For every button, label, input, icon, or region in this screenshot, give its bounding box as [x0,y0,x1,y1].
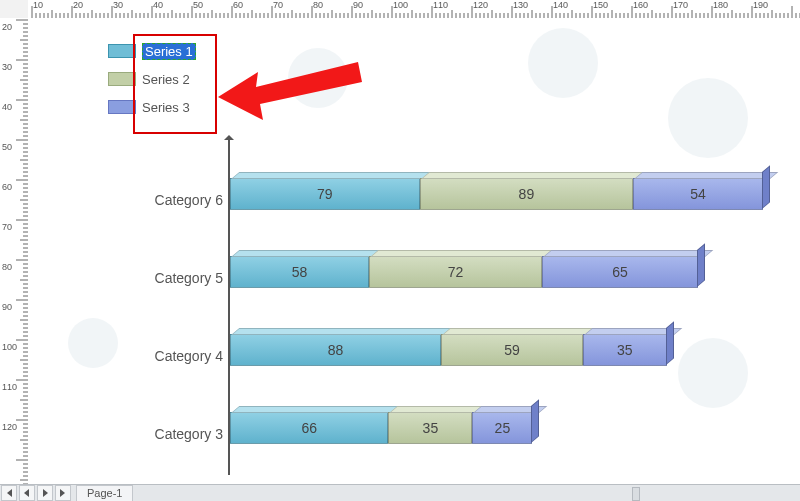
bar-segment-series-2[interactable]: 72 [369,256,542,288]
svg-text:80: 80 [2,262,12,272]
bar-segment-series-3[interactable]: 35 [583,334,667,366]
bar-value-label: 59 [504,342,520,358]
svg-text:50: 50 [193,0,203,10]
bar-row: Category 6798954 [108,178,790,218]
nav-prev-button[interactable] [19,485,35,501]
svg-text:20: 20 [73,0,83,10]
tabbar-splitter[interactable] [632,487,640,501]
bar-segment-series-3[interactable]: 25 [472,412,532,444]
svg-text:110: 110 [433,0,448,10]
bar-value-label: 58 [292,264,308,280]
legend-label-editing[interactable]: Series 1 [142,43,196,60]
legend-label: Series 3 [142,100,190,115]
svg-text:180: 180 [713,0,728,10]
bar-segment-series-2[interactable]: 89 [420,178,634,210]
svg-marker-360 [218,62,362,120]
svg-text:90: 90 [353,0,363,10]
svg-text:140: 140 [553,0,568,10]
category-label: Category 4 [108,348,223,364]
page-paper[interactable]: Series 1 Series 2 Series 3 Category [28,18,800,485]
legend-swatch-icon [108,100,136,114]
page-tab-bar: Page-1 [0,484,800,501]
category-label: Category 5 [108,270,223,286]
svg-text:190: 190 [753,0,768,10]
bar-chart[interactable]: Category 6798954Category 5587265Category… [108,138,790,475]
bar-value-label: 65 [612,264,628,280]
bar-segment-series-3[interactable]: 54 [633,178,763,210]
nav-last-button[interactable] [55,485,71,501]
bar-segment-series-2[interactable]: 35 [388,412,472,444]
svg-text:120: 120 [2,422,17,432]
chart-legend[interactable]: Series 1 Series 2 Series 3 [108,40,196,124]
ruler-horizontal[interactable]: 1020304050607080901001101201301401501601… [28,0,800,19]
legend-label: Series 2 [142,72,190,87]
category-label: Category 3 [108,426,223,442]
svg-text:110: 110 [2,382,17,392]
svg-text:20: 20 [2,22,12,32]
legend-item-series-1[interactable]: Series 1 [108,40,196,62]
bar-row: Category 3663525 [108,412,790,452]
svg-text:40: 40 [2,102,12,112]
svg-text:130: 130 [513,0,528,10]
page-tab[interactable]: Page-1 [76,485,133,501]
bar-value-label: 35 [617,342,633,358]
bar-value-label: 35 [423,420,439,436]
bar-value-label: 79 [317,186,333,202]
bar-segment-series-2[interactable]: 59 [441,334,583,366]
svg-text:10: 10 [33,0,43,10]
bar-segment-series-1[interactable]: 88 [230,334,441,366]
app-window: { "legend": { "items": [ {"label": "Seri… [0,0,800,501]
drawing-canvas[interactable]: Series 1 Series 2 Series 3 Category [28,18,800,485]
ruler-vertical[interactable]: 2030405060708090100110120 [0,18,29,485]
legend-swatch-icon [108,44,136,58]
ruler-corner [0,0,29,19]
bar-value-label: 54 [690,186,706,202]
bar-value-label: 88 [328,342,344,358]
svg-text:70: 70 [273,0,283,10]
svg-text:60: 60 [2,182,12,192]
bar-row: Category 5587265 [108,256,790,296]
legend-item-series-2[interactable]: Series 2 [108,68,196,90]
bar-segment-series-1[interactable]: 66 [230,412,388,444]
svg-text:160: 160 [633,0,648,10]
bar-value-label: 89 [519,186,535,202]
svg-text:100: 100 [2,342,17,352]
bar-value-label: 66 [301,420,317,436]
svg-text:100: 100 [393,0,408,10]
svg-text:30: 30 [113,0,123,10]
bar-value-label: 25 [495,420,511,436]
svg-text:60: 60 [233,0,243,10]
legend-item-series-3[interactable]: Series 3 [108,96,196,118]
svg-text:50: 50 [2,142,12,152]
annotation-arrow-icon [208,42,368,142]
bar-row: Category 4885935 [108,334,790,374]
nav-next-button[interactable] [37,485,53,501]
bar-segment-series-1[interactable]: 79 [230,178,420,210]
category-label: Category 6 [108,192,223,208]
svg-text:40: 40 [153,0,163,10]
svg-text:150: 150 [593,0,608,10]
bar-segment-series-3[interactable]: 65 [542,256,698,288]
svg-text:90: 90 [2,302,12,312]
legend-swatch-icon [108,72,136,86]
bar-segment-series-1[interactable]: 58 [230,256,369,288]
svg-text:120: 120 [473,0,488,10]
svg-text:70: 70 [2,222,12,232]
svg-text:30: 30 [2,62,12,72]
bar-value-label: 72 [448,264,464,280]
nav-first-button[interactable] [1,485,17,501]
svg-text:80: 80 [313,0,323,10]
svg-text:170: 170 [673,0,688,10]
